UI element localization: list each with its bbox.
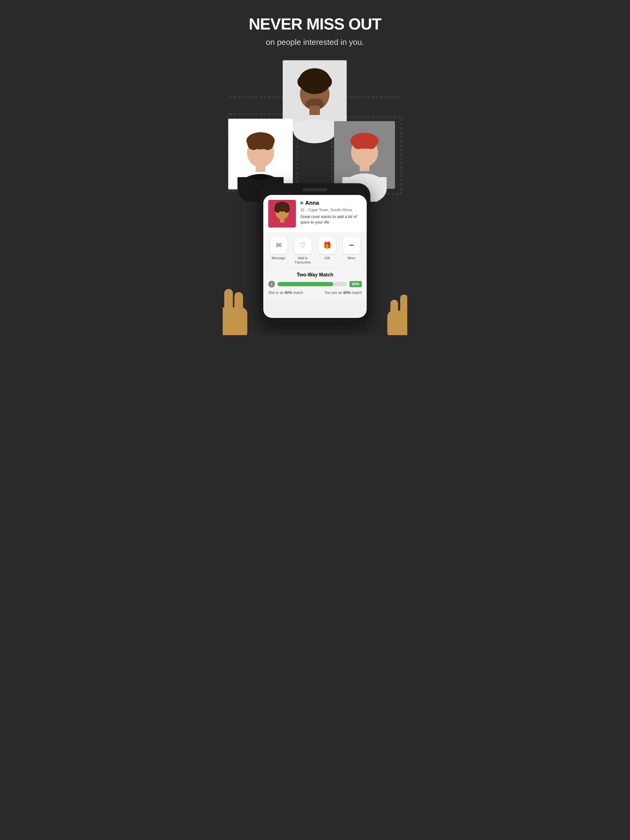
info-icon[interactable]: i — [268, 281, 275, 287]
phone-section: Anna 31 - Cape Town, South Africa Great … — [223, 183, 407, 335]
match-bar — [277, 282, 347, 286]
phone-mockup: Anna 31 - Cape Town, South Africa Great … — [260, 183, 370, 323]
hand-left — [223, 277, 250, 335]
you-match-text: You are an 80% match — [324, 291, 362, 295]
match-title: Two-Way Match — [268, 272, 362, 278]
profile-name: Anna — [305, 200, 319, 206]
action-buttons: ✉ Message ♡ Add toFavourites 🎁 Gift ••• … — [263, 232, 367, 268]
hero-title: NEVER MISS OUT — [232, 15, 398, 33]
profile-location: 31 - Cape Town, South Africa — [300, 208, 362, 212]
match-sub-info: She is an 80% match You are an 80% match — [268, 291, 362, 295]
svg-rect-45 — [400, 295, 407, 319]
name-row: Anna — [300, 200, 362, 206]
svg-rect-34 — [234, 292, 243, 318]
favourites-label: Add toFavourites — [295, 256, 311, 265]
svg-rect-44 — [390, 300, 398, 322]
favourites-button[interactable]: ♡ Add toFavourites — [294, 237, 312, 265]
svg-point-17 — [261, 136, 274, 150]
phone-notch — [303, 188, 327, 191]
svg-point-8 — [318, 75, 332, 88]
phone-screen: Anna 31 - Cape Town, South Africa Great … — [263, 195, 367, 318]
profile-info: Anna 31 - Cape Town, South Africa Great … — [300, 200, 362, 227]
match-section: Two-Way Match i 80% She is an 80% match … — [263, 267, 367, 299]
match-bar-row: i 80% — [268, 281, 362, 287]
match-percent-badge: 80% — [350, 281, 362, 287]
svg-rect-11 — [293, 122, 336, 131]
favourites-icon: ♡ — [294, 237, 312, 254]
svg-point-26 — [366, 137, 377, 149]
profile-bio: Great cook wants to add a bit of spice t… — [300, 214, 362, 225]
hand-right — [386, 283, 407, 335]
svg-point-25 — [353, 137, 364, 149]
svg-point-21 — [251, 174, 270, 180]
svg-rect-12 — [309, 106, 320, 115]
message-button[interactable]: ✉ Message — [270, 237, 287, 265]
message-icon: ✉ — [270, 237, 287, 254]
hero-subtitle: on people interested in you. — [232, 36, 398, 47]
svg-rect-33 — [224, 289, 233, 317]
gift-button[interactable]: 🎁 Gift — [319, 237, 336, 265]
avatar — [268, 200, 296, 227]
svg-point-38 — [274, 204, 280, 213]
svg-point-39 — [283, 204, 290, 213]
message-label: Message — [272, 256, 285, 260]
network-illustration — [223, 54, 407, 202]
she-match-text: She is an 80% match — [268, 291, 303, 295]
hero-section: NEVER MISS OUT on people interested in y… — [223, 0, 407, 54]
more-button[interactable]: ••• More — [343, 237, 360, 265]
profile-card: Anna 31 - Cape Town, South Africa Great … — [263, 195, 367, 232]
more-label: More — [348, 256, 355, 260]
match-bar-fill — [277, 282, 333, 286]
svg-rect-29 — [359, 163, 369, 171]
svg-point-7 — [298, 75, 311, 88]
online-indicator — [300, 201, 303, 204]
svg-rect-41 — [280, 218, 284, 223]
gift-label: Gift — [324, 256, 330, 260]
svg-rect-20 — [256, 163, 266, 172]
more-icon: ••• — [343, 237, 360, 254]
gift-icon: 🎁 — [319, 237, 336, 254]
svg-point-16 — [247, 136, 260, 150]
